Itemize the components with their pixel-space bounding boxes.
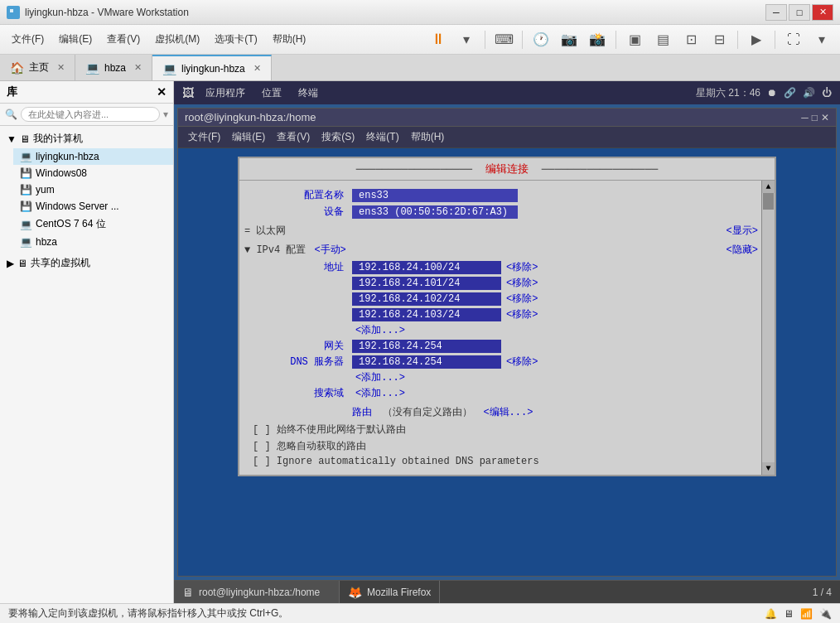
terminal-menu-edit[interactable]: 编辑(E) [227,128,270,146]
vm-place-menu[interactable]: 位置 [257,85,287,102]
view2-button[interactable]: ▤ [649,28,676,51]
dialog-title-dashes-left: ────────────────── [356,163,472,176]
sidebar-item-shared[interactable]: ▶ 🖥 共享的虚拟机 [0,254,173,273]
sidebar-item-yum[interactable]: 💾 yum [13,181,173,198]
console-button[interactable]: ▶ [743,28,770,51]
ip-row-3: 192.168.24.102/24 <移除> [244,292,758,306]
ipv4-hide-btn[interactable]: <隐藏> [727,243,758,257]
ethernet-section: = 以太网 <显示> [244,224,758,238]
sidebar-item-mycomputer[interactable]: ▼ 🖥 我的计算机 [0,129,173,148]
check2-text[interactable]: [ ] 忽略自动获取的路由 [253,441,366,452]
snapshot3-button[interactable]: 📸 [584,28,611,51]
sidebar-header: 库 ✕ [0,81,173,104]
menu-edit[interactable]: 编辑(E) [52,29,99,50]
menu-tab[interactable]: 选项卡(T) [208,29,263,50]
terminal-menu-view[interactable]: 查看(V) [272,128,315,146]
close-button[interactable]: ✕ [812,4,833,21]
menu-vm[interactable]: 虚拟机(M) [148,29,206,50]
tab-hbza-close[interactable]: ✕ [134,62,142,73]
add-dns-btn[interactable]: <添加...> [355,370,405,384]
sidebar-item-centos[interactable]: 💻 CentOS 7 64 位 [13,215,173,234]
terminal-restore-icon[interactable]: □ [812,112,818,123]
sidebar-item-hbza-label: hbza [36,236,57,248]
minimize-button[interactable]: ─ [765,4,787,21]
ipv4-method[interactable]: <手动> [314,243,345,257]
search-input[interactable] [21,107,160,122]
sidebar-item-hbza[interactable]: 💻 hbza [13,234,173,250]
check1-text[interactable]: [ ] 始终不使用此网络于默认路由 [253,424,406,436]
power-icon[interactable]: ⏻ [822,87,832,99]
dialog-scrollbar[interactable]: ▲ ▼ [761,181,775,475]
tab-home[interactable]: 🏠 主页 ✕ [0,55,75,80]
routing-edit-btn[interactable]: <编辑...> [483,407,533,418]
firefox-task-item[interactable]: 🦊 Mozilla Firefox [340,581,440,603]
terminal-controls: ─ □ ✕ [801,112,829,123]
view3-button[interactable]: ⊡ [678,28,704,51]
ethernet-show-btn[interactable]: <显示> [727,224,758,238]
titlebar: liyingkun-hbza - VMware Workstation ─ □ … [0,0,840,25]
ip-remove-4[interactable]: <移除> [506,307,538,321]
separator2 [522,31,523,49]
tab-home-close[interactable]: ✕ [57,62,65,73]
menu-bar: 文件(F) 编辑(E) 查看(V) 虚拟机(M) 选项卡(T) 帮助(H) [5,29,312,50]
terminal-menu-file[interactable]: 文件(F) [183,128,225,146]
terminal-menu-terminal[interactable]: 终端(T) [361,128,403,146]
vm-app-menu[interactable]: 应用程序 [200,85,250,102]
scroll-up-btn[interactable]: ▲ [762,181,775,193]
terminal-menu-help[interactable]: 帮助(H) [406,128,450,146]
add-search-btn[interactable]: <添加...> [355,386,405,400]
vm-datetime: 星期六 21：46 [696,86,760,100]
page-indicator-text: 1 / 4 [813,587,832,598]
dns-remove-btn[interactable]: <移除> [506,355,538,369]
hbza-tab-icon: 💻 [85,61,99,75]
firefox-task-label: Mozilla Firefox [367,587,431,598]
view1-button[interactable]: ▣ [621,28,648,51]
terminal-minimize-icon[interactable]: ─ [801,112,809,123]
page-indicator: 1 / 4 [804,587,840,598]
separator4 [737,31,738,49]
vm-terminal-menu[interactable]: 终端 [293,85,323,102]
terminal-title: root@liyingkun-hbza:/home [185,111,316,123]
scroll-thumb[interactable] [763,193,774,210]
add-addr-btn[interactable]: <添加...> [355,323,405,337]
ip-remove-1[interactable]: <移除> [506,260,538,274]
sidebar-item-windows-server[interactable]: 💾 Windows Server ... [13,198,173,215]
ip-remove-2[interactable]: <移除> [506,276,538,290]
sidebar: 库 ✕ 🔍 ▾ ▼ 🖥 我的计算机 💻 liyingkun-hbza 💾 Wi [0,81,174,603]
ip-row-2: 192.168.24.101/24 <移除> [244,276,758,290]
config-name-row: 配置名称 ens33 [244,188,758,202]
terminal-close-icon[interactable]: ✕ [821,112,829,123]
pause-button[interactable]: ⏸ [425,28,451,51]
menu-file[interactable]: 文件(F) [5,29,51,50]
dialog-content: 配置名称 ens33 设备 ens33 (00:50:56:2D:67:A3) [239,181,775,475]
sidebar-item-windows08[interactable]: 💾 Windows08 [13,165,173,181]
sidebar-item-shared-label: 共享的虚拟机 [31,256,90,270]
menu-view[interactable]: 查看(V) [100,29,147,50]
fullscreen-dropdown[interactable]: ▾ [809,28,835,51]
maximize-button[interactable]: □ [789,4,810,21]
tab-hbza[interactable]: 💻 hbza ✕ [75,55,152,80]
device-row: 设备 ens33 (00:50:56:2D:67:A3) [244,205,758,219]
gateway-row: 网关 192.168.24.254 [244,339,758,353]
menu-help[interactable]: 帮助(H) [266,29,313,50]
sidebar-item-liyingkun[interactable]: 💻 liyingkun-hbza [13,148,173,165]
snapshot2-button[interactable]: 📷 [556,28,582,51]
view4-button[interactable]: ⊟ [706,28,732,51]
ip-remove-3[interactable]: <移除> [506,292,538,306]
tab-liyingkun-close[interactable]: ✕ [253,63,261,74]
scroll-down-btn[interactable]: ▼ [762,462,775,475]
sidebar-item-winserver-label: Windows Server ... [36,200,119,212]
sidebar-close-icon[interactable]: ✕ [157,85,167,99]
search-dropdown-icon[interactable]: ▾ [163,109,168,120]
snapshot-button[interactable]: 🕐 [528,28,554,51]
pause-dropdown[interactable]: ▾ [453,28,480,51]
network-status-icon: 📶 [800,608,813,620]
fullscreen-button[interactable]: ⛶ [780,28,807,51]
check3-text[interactable]: [ ] Ignore automatically obtained DNS pa… [253,456,539,467]
send-ctrl-alt-del[interactable]: ⌨ [490,28,517,51]
tab-liyingkun[interactable]: 💻 liyingkun-hbza ✕ [152,55,272,80]
terminal-task-icon: 🖥 [182,586,194,599]
vm-task-item[interactable]: 🖥 root@liyingkun-hbza:/home [174,581,340,603]
scroll-track[interactable] [762,193,775,462]
terminal-menu-search[interactable]: 搜索(S) [316,128,360,146]
